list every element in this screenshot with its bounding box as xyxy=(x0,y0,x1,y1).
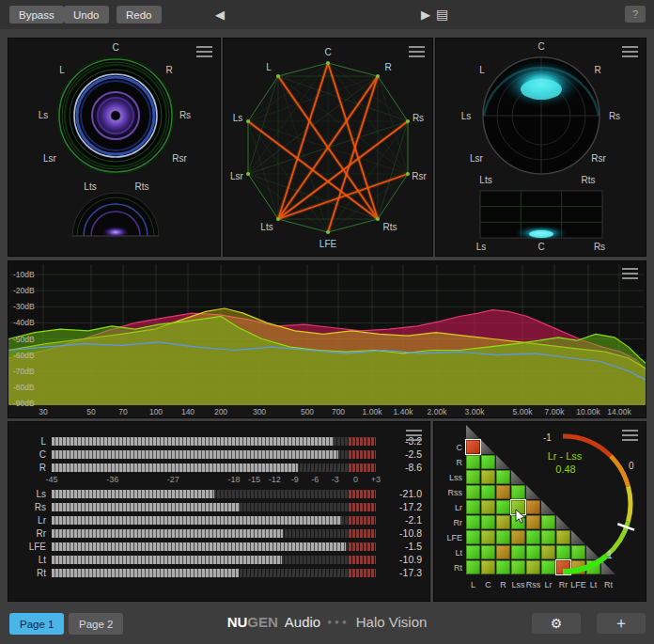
matrix-cell-lt-l[interactable] xyxy=(466,545,480,559)
panel-menu-icon[interactable] xyxy=(622,46,638,57)
next-preset-icon[interactable]: ▶ xyxy=(421,8,430,22)
channel-label-c-bottom: C xyxy=(537,242,544,252)
matrix-cell-lt-lfe[interactable] xyxy=(571,545,585,559)
matrix-row-label: LFE xyxy=(436,533,462,542)
matrix-cell-rr-r[interactable] xyxy=(496,515,510,529)
matrix-cell-lfe-rr[interactable] xyxy=(556,530,570,544)
panel-menu-icon[interactable] xyxy=(409,46,425,57)
matrix-cell-rr-lr[interactable] xyxy=(541,515,555,529)
matrix-cell-rt-lr[interactable] xyxy=(541,560,555,574)
matrix-cell-lss-l[interactable] xyxy=(466,470,480,484)
matrix-cell-rt-lss[interactable] xyxy=(511,560,525,574)
matrix-cell-lt-rss[interactable] xyxy=(526,545,540,559)
web-ring-line xyxy=(278,219,328,232)
panel-menu-icon[interactable] xyxy=(622,268,638,279)
gear-icon: ⚙ xyxy=(551,616,563,631)
previous-preset-icon[interactable]: ◀ xyxy=(215,8,225,22)
gauge-label-neg: -1 xyxy=(543,432,552,443)
matrix-cell-rss-c[interactable] xyxy=(481,485,495,499)
page-1-button[interactable]: Page 1 xyxy=(9,613,64,635)
channel-label-rts: Rts xyxy=(135,181,149,192)
matrix-cell-lss-r[interactable] xyxy=(496,470,510,484)
help-button[interactable]: ? xyxy=(625,6,646,23)
matrix-cell-lr-rss[interactable] xyxy=(526,500,540,514)
meter-scale: -45-36-27-18-15-12-9-6-30+3 xyxy=(52,475,376,486)
top-toolbar: Bypass Undo Redo ◀ ▶ ▤ ? xyxy=(0,0,654,29)
matrix-cell-lss-c[interactable] xyxy=(481,470,495,484)
matrix-cell-rt-c[interactable] xyxy=(481,560,495,574)
matrix-cell-lt-r[interactable] xyxy=(496,545,510,559)
meter-scale-row: -45-36-27-18-15-12-9-6-30+3 xyxy=(8,474,429,487)
panel-menu-icon[interactable] xyxy=(406,430,422,441)
spectrum-freq-label: 50 xyxy=(86,407,96,416)
spectrum-db-label: -50dB xyxy=(13,335,35,344)
web-ring-line xyxy=(328,63,378,76)
redo-button[interactable]: Redo xyxy=(117,6,162,24)
settings-button[interactable]: ⚙ xyxy=(532,613,581,634)
channel-label-r: R xyxy=(384,62,391,72)
spectrum-db-label: -10dB xyxy=(13,270,35,279)
add-module-button[interactable]: ＋ xyxy=(597,613,646,634)
meter-value: -10.9 xyxy=(376,554,422,565)
matrix-cell-lt-rr[interactable] xyxy=(556,545,570,559)
correlation-web-panel: CLRLsRsLsrRsrLtsRtsLFE xyxy=(223,38,433,257)
undo-button[interactable]: Undo xyxy=(64,6,109,24)
panel-menu-icon[interactable] xyxy=(196,46,212,57)
matrix-cell-lfe-lr[interactable] xyxy=(541,530,555,544)
matrix-cell-rt-lfe[interactable] xyxy=(571,560,585,574)
channel-label-rsr: Rsr xyxy=(172,153,187,164)
meter-bar xyxy=(52,556,376,564)
matrix-cell-lt-c[interactable] xyxy=(481,545,495,559)
matrix-cell-c-l[interactable] xyxy=(466,440,480,454)
matrix-cell-rt-lt[interactable] xyxy=(586,560,600,574)
spectrum-freq-label: 5.00k xyxy=(513,407,534,416)
matrix-row-label: Lt xyxy=(436,548,462,558)
spectrum-freq-label: 700 xyxy=(332,407,345,416)
level-meters-panel: L-3.2C-2.5R-8.6-45-36-27-18-15-12-9-6-30… xyxy=(8,421,430,602)
web-node-Rts xyxy=(376,217,380,221)
matrix-cell-rt-rr[interactable] xyxy=(556,560,570,574)
channel-label-c: C xyxy=(537,41,544,52)
matrix-diagonal-triangle xyxy=(556,515,570,529)
matrix-cell-lr-l[interactable] xyxy=(466,500,480,514)
spectrum-freq-label: 3.00k xyxy=(465,407,486,416)
matrix-cell-rss-l[interactable] xyxy=(466,485,480,499)
matrix-cell-lfe-r[interactable] xyxy=(496,530,510,544)
position-scope-visual xyxy=(436,39,646,256)
matrix-cell-rr-c[interactable] xyxy=(481,515,495,529)
matrix-cell-rss-r[interactable] xyxy=(496,485,510,499)
meter-value: -2.5 xyxy=(376,448,422,460)
matrix-cell-rt-l[interactable] xyxy=(466,560,480,574)
web-node-Ls xyxy=(246,119,250,123)
matrix-cell-lr-r[interactable] xyxy=(496,500,510,514)
matrix-cell-r-c[interactable] xyxy=(481,455,495,469)
meter-fill xyxy=(52,437,334,446)
brand-logo: NU GEN Audio ●●● Halo Vision xyxy=(227,614,428,630)
matrix-cell-lt-lr[interactable] xyxy=(541,545,555,559)
matrix-cell-lfe-l[interactable] xyxy=(466,530,480,544)
matrix-cell-rss-lss[interactable] xyxy=(511,485,525,499)
spectrum-db-label: -80dB xyxy=(13,383,35,392)
matrix-cell-lfe-c[interactable] xyxy=(481,530,495,544)
meter-fill xyxy=(52,490,214,498)
matrix-cell-r-l[interactable] xyxy=(466,455,480,469)
matrix-diagonal-triangle xyxy=(601,560,615,574)
correlation-matrix: CRLssRssLrRrLFELtRtLCRLssRssLrRrLFELtRt xyxy=(434,422,646,601)
panel-menu-icon[interactable] xyxy=(622,430,638,441)
spectrum-freq-label: 14.00k xyxy=(607,407,631,416)
page-2-button[interactable]: Page 2 xyxy=(69,613,123,635)
matrix-cell-lr-c[interactable] xyxy=(481,500,495,514)
channel-label-l: L xyxy=(266,62,272,72)
matrix-cell-rr-rss[interactable] xyxy=(526,515,540,529)
preset-list-icon[interactable]: ▤ xyxy=(436,7,448,22)
meter-scale-tick: -45 xyxy=(45,475,57,484)
matrix-cell-lfe-lss[interactable] xyxy=(511,530,525,544)
channel-label-rts: Rts xyxy=(383,222,397,232)
matrix-cell-lt-lss[interactable] xyxy=(511,545,525,559)
matrix-cell-rt-r[interactable] xyxy=(496,560,510,574)
matrix-cell-lfe-rss[interactable] xyxy=(526,530,540,544)
meter-row: Lt-10.9 xyxy=(8,553,429,566)
bypass-button[interactable]: Bypass xyxy=(9,6,64,24)
matrix-cell-rt-rss[interactable] xyxy=(526,560,540,574)
matrix-cell-rr-l[interactable] xyxy=(466,515,480,529)
